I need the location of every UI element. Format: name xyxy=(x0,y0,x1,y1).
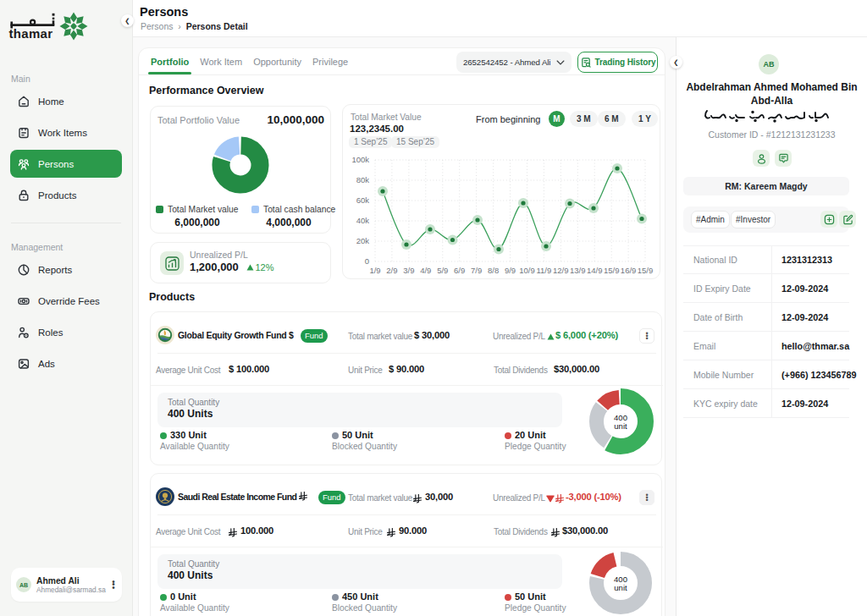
svg-text:0: 0 xyxy=(365,256,369,266)
svg-text:40k: 40k xyxy=(356,216,370,225)
svg-text:2/9: 2/9 xyxy=(386,266,397,275)
svg-text:1/9: 1/9 xyxy=(369,266,380,275)
svg-text:15/9: 15/9 xyxy=(604,266,620,275)
svg-text:unit: unit xyxy=(614,583,627,592)
svg-text:80k: 80k xyxy=(356,175,370,184)
svg-text:8/8: 8/8 xyxy=(488,266,499,275)
svg-text:14/9: 14/9 xyxy=(587,266,603,275)
svg-text:13/9: 13/9 xyxy=(570,266,586,275)
svg-text:15/9: 15/9 xyxy=(638,266,654,275)
svg-text:7/9: 7/9 xyxy=(471,266,482,275)
svg-text:thamar: thamar xyxy=(9,26,53,41)
svg-text:6/9: 6/9 xyxy=(454,266,465,275)
svg-text:60k: 60k xyxy=(356,195,370,205)
svg-text:4/9: 4/9 xyxy=(420,266,431,275)
svg-text:9/9: 9/9 xyxy=(505,266,516,275)
svg-text:5/9: 5/9 xyxy=(437,266,448,275)
svg-text:11/9: 11/9 xyxy=(537,266,552,275)
svg-text:unit: unit xyxy=(614,421,627,431)
svg-text:16/9: 16/9 xyxy=(621,266,637,275)
svg-text:20k: 20k xyxy=(356,236,370,245)
svg-text:10/9: 10/9 xyxy=(519,266,535,275)
svg-text:100k: 100k xyxy=(351,155,369,164)
svg-text:12/9: 12/9 xyxy=(553,266,569,275)
svg-text:3/9: 3/9 xyxy=(403,266,414,275)
